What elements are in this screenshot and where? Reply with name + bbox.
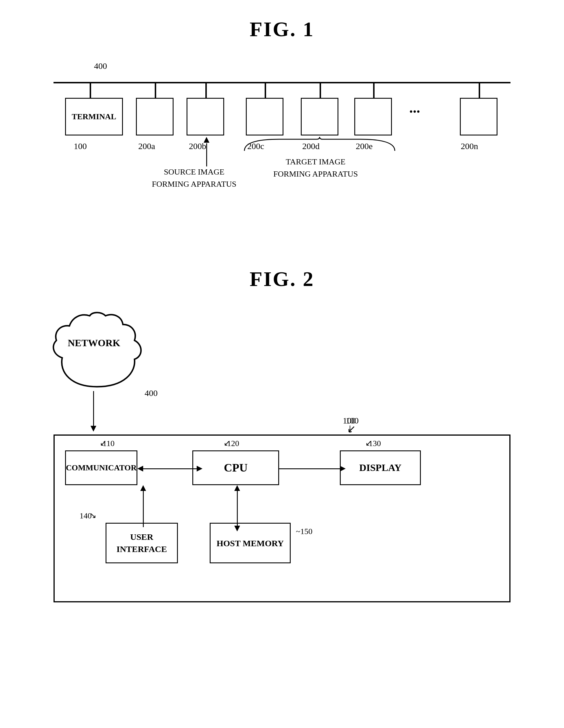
cloud-down-arrow [91, 391, 96, 432]
drop-200b [205, 83, 207, 98]
source-label: SOURCE IMAGE FORMING APPARATUS [152, 166, 236, 190]
bracket-110: ↙ [100, 438, 106, 448]
cloud-shape [48, 311, 146, 395]
dots: ... [409, 99, 420, 116]
cpu-box: CPU [192, 450, 279, 485]
fig1-network-ref: 400 [94, 61, 107, 71]
page: FIG. 1 400 TERMINAL 100 200a 200b SOURCE… [0, 0, 564, 728]
brace-svg [239, 136, 403, 154]
network-400-ref: 400 [145, 388, 158, 398]
ui-cpu-arrow [140, 485, 146, 527]
drop-terminal [90, 83, 91, 98]
terminal-box: TERMINAL [65, 98, 123, 135]
drop-200n [479, 83, 480, 98]
communicator-box: COMMUNICATOR [65, 450, 137, 485]
arrow-140: ↘ [90, 511, 96, 520]
node-200c [246, 98, 283, 135]
user-interface-box: USERINTERFACE [106, 523, 178, 563]
fig1-diagram: 400 TERMINAL 100 200a 200b SOURCE IMAGE … [36, 53, 528, 238]
node-200d [301, 98, 338, 135]
cpu-display-arrow [279, 466, 346, 472]
fig2-title: FIG. 2 [250, 267, 314, 291]
drop-200e [373, 83, 374, 98]
label-150: ~150 [296, 527, 312, 536]
terminal-ref: 100 [74, 141, 87, 151]
network-label: NETWORK [55, 338, 133, 349]
bracket-mark: ↙ [347, 423, 356, 435]
ref-200n: 200n [461, 141, 478, 151]
ref-200a: 200a [138, 141, 155, 151]
node-200n [460, 98, 497, 135]
fig1-title: FIG. 1 [250, 17, 314, 41]
cpu-memory-arrow [234, 485, 240, 531]
source-arrow [204, 137, 210, 166]
node-200a [136, 98, 174, 135]
bracket-130: ↙ [365, 438, 372, 448]
node-200b [187, 98, 224, 135]
drop-200a [155, 83, 156, 98]
drop-200c [265, 83, 266, 98]
bus-line [54, 82, 510, 83]
fig2-diagram: NETWORK 400 100 100 ↙ 110 ↙ COMMUNICATOR… [36, 303, 528, 607]
drop-200d [319, 83, 321, 98]
target-label: TARGET IMAGE FORMING APPARATUS [273, 156, 358, 180]
display-box: DISPLAY [340, 450, 421, 485]
bracket-120: ↙ [224, 438, 230, 448]
comm-cpu-arrow [137, 466, 203, 472]
node-200e [354, 98, 392, 135]
host-memory-box: HOST MEMORY [210, 523, 291, 563]
